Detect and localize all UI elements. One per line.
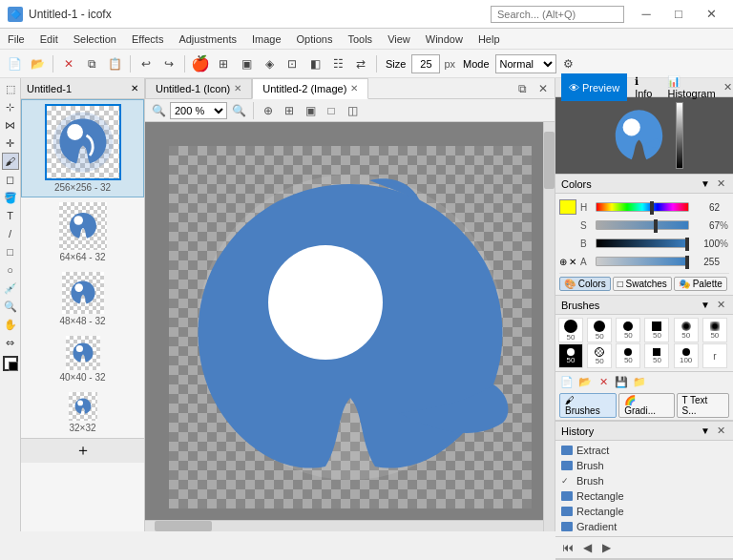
brush-new[interactable]: 📄 — [558, 374, 576, 389]
brush-item-12[interactable]: r — [702, 343, 727, 368]
history-item-gradient[interactable]: Gradient — [557, 519, 731, 534]
search-input[interactable] — [491, 6, 624, 23]
tool-move[interactable]: ✛ — [2, 135, 19, 152]
history-item-extract[interactable]: Extract — [557, 443, 731, 458]
tool-fill[interactable]: 🪣 — [2, 189, 19, 206]
b-slider[interactable] — [596, 239, 689, 248]
minimize-button[interactable]: ─ — [632, 5, 660, 24]
icon-btn3[interactable]: ▣ — [236, 53, 257, 74]
a-slider[interactable] — [596, 257, 689, 266]
tab-colors-btn[interactable]: 🎨 Colors — [559, 277, 611, 291]
add-size-button[interactable]: ＋ — [75, 441, 91, 461]
h-slider[interactable] — [596, 202, 689, 212]
tool-eyedrop[interactable]: 💉 — [2, 280, 19, 297]
tool-text[interactable]: T — [2, 207, 19, 224]
brush-item-9[interactable]: 50 — [616, 343, 640, 368]
checkerboard-tool[interactable]: ▣ — [301, 102, 320, 119]
history-first[interactable]: ⏮ — [559, 540, 576, 555]
icon-list-close[interactable]: ✕ — [131, 83, 138, 93]
paste-button[interactable]: 📋 — [104, 53, 125, 74]
zoom-in[interactable]: 🔍 — [229, 102, 248, 119]
vertical-scrollbar[interactable] — [543, 122, 555, 531]
pan-tool[interactable]: ⊕ — [259, 102, 278, 119]
brush-item-5[interactable]: 50 — [674, 318, 699, 342]
canvas-close[interactable]: ✕ — [534, 80, 553, 97]
colors-close[interactable]: ✕ — [714, 177, 727, 191]
info-tab[interactable]: ℹ Info — [627, 73, 660, 101]
icon-btn1[interactable]: 🍎 — [190, 53, 211, 74]
icon-btn2[interactable]: ⊞ — [213, 53, 234, 74]
brush-item-2[interactable]: 50 — [587, 318, 612, 342]
tool-eraser[interactable]: ◻ — [2, 171, 19, 188]
brush-item-10[interactable]: 50 — [644, 343, 669, 368]
icon-item-256[interactable]: 256×256 - 32 — [21, 99, 144, 197]
color-tool-1[interactable]: ⊕ — [559, 257, 567, 267]
brush-item-7[interactable]: 50 — [558, 343, 583, 368]
scrollbar-thumb-v[interactable] — [544, 132, 555, 189]
brush-tab-text[interactable]: T Text S... — [677, 393, 729, 418]
canvas-tab-image[interactable]: Untitled-2 (Image) ✕ — [252, 78, 368, 99]
icon-item-48[interactable]: 48×48 - 32 — [21, 267, 144, 331]
menu-tools[interactable]: Tools — [340, 29, 380, 49]
history-next[interactable]: ▶ — [597, 540, 615, 555]
close-button[interactable]: ✕ — [697, 5, 725, 24]
new-button[interactable]: 📄 — [4, 53, 25, 74]
copy-button[interactable]: ⧉ — [81, 53, 102, 74]
color-tool-2[interactable]: ✕ — [569, 257, 576, 267]
history-item-rect2[interactable]: Rectangle — [557, 504, 731, 519]
tool-lasso[interactable]: ⊹ — [2, 98, 19, 115]
tool-magic[interactable]: ⋈ — [2, 116, 19, 134]
brush-tab-gradients[interactable]: 🌈 Gradi... — [618, 393, 674, 418]
tool-hand[interactable]: ✋ — [2, 316, 19, 333]
open-button[interactable]: 📂 — [27, 53, 48, 74]
menu-view[interactable]: View — [380, 29, 418, 49]
fg-color[interactable] — [3, 356, 18, 371]
brush-item-8[interactable]: 50 — [587, 343, 612, 368]
delete-button[interactable]: ✕ — [58, 53, 79, 74]
icon-btn7[interactable]: ☷ — [327, 53, 348, 74]
canvas-restore[interactable]: ⧉ — [513, 80, 532, 97]
zoom-select[interactable]: 200 % 100 % 150 % 300 % — [170, 102, 227, 119]
brush-folder[interactable]: 📁 — [631, 374, 648, 389]
redo-button[interactable]: ↪ — [158, 53, 179, 74]
menu-window[interactable]: Window — [418, 29, 471, 49]
tool-line[interactable]: / — [2, 225, 19, 242]
brush-item-3[interactable]: 50 — [616, 318, 640, 342]
tool-select[interactable]: ⬚ — [2, 80, 19, 97]
size-input[interactable] — [411, 54, 440, 73]
icon-btn5[interactable]: ⊡ — [282, 53, 303, 74]
canvas-tab-icon-close[interactable]: ✕ — [234, 83, 241, 93]
colors-menu[interactable]: ▼ — [701, 178, 710, 189]
horizontal-scrollbar[interactable] — [145, 520, 543, 531]
menu-help[interactable]: Help — [471, 29, 508, 49]
brush-tab-brushes[interactable]: 🖌 Brushes — [559, 393, 617, 418]
brush-open[interactable]: 📂 — [576, 374, 594, 389]
histogram-tab[interactable]: 📊 Histogram — [660, 73, 723, 101]
canvas-tab-image-close[interactable]: ✕ — [350, 83, 358, 93]
history-item-rect1[interactable]: Rectangle — [557, 488, 731, 504]
undo-button[interactable]: ↩ — [136, 53, 157, 74]
menu-file[interactable]: File — [0, 29, 32, 49]
brush-item-6[interactable]: 50 — [702, 318, 727, 342]
brush-item-4[interactable]: 50 — [644, 318, 669, 342]
tab-swatches-btn[interactable]: □ Swatches — [613, 277, 672, 291]
tool-brush[interactable]: 🖌 — [2, 153, 19, 170]
icon-btn4[interactable]: ◈ — [259, 53, 280, 74]
tab-palette-btn[interactable]: 🎭 Palette — [674, 277, 727, 291]
menu-selection[interactable]: Selection — [66, 29, 124, 49]
tool-rect[interactable]: □ — [2, 243, 19, 260]
zoom-out[interactable]: 🔍 — [149, 102, 168, 119]
history-close[interactable]: ✕ — [714, 425, 727, 438]
settings-button[interactable]: ⚙ — [558, 53, 579, 74]
icon-btn8[interactable]: ⇄ — [350, 53, 371, 74]
ruler-tool[interactable]: ◫ — [343, 102, 362, 119]
mode-select[interactable]: Normal Dissolve Multiply — [495, 54, 556, 73]
menu-edit[interactable]: Edit — [32, 29, 66, 49]
grid-tool[interactable]: ⊞ — [280, 102, 299, 119]
tool-ellipse[interactable]: ○ — [2, 261, 19, 279]
history-menu[interactable]: ▼ — [701, 425, 710, 436]
brush-save[interactable]: 💾 — [613, 374, 630, 389]
icon-item-32[interactable]: 32×32 — [21, 387, 144, 438]
history-prev[interactable]: ◀ — [578, 540, 596, 555]
history-item-brush1[interactable]: Brush — [557, 458, 731, 473]
